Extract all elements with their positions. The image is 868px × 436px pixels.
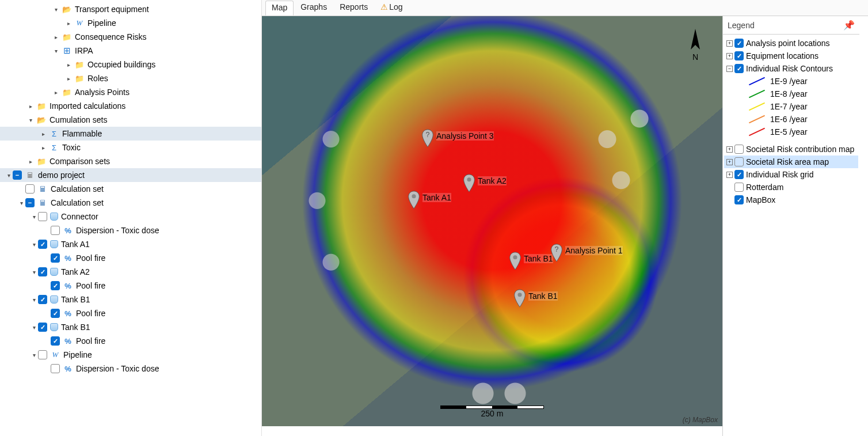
expand-box-icon[interactable] [726,197,733,203]
checkbox[interactable] [51,253,60,263]
legend-item[interactable]: Analysis point locations [724,37,858,50]
expander-icon[interactable] [30,269,38,275]
checkbox[interactable] [38,350,47,359]
legend-item[interactable]: Individual Risk grid [724,168,858,181]
expander-icon[interactable] [26,117,35,123]
expander-icon[interactable] [30,297,38,303]
checkbox[interactable] [51,281,60,290]
expander-icon[interactable] [26,103,35,109]
tree-item[interactable]: Dispersion - Toxic dose [0,362,261,376]
expand-box-icon[interactable] [726,159,733,165]
tree-item[interactable]: Calculation set [0,182,261,196]
tab-reports[interactable]: Reports [334,1,374,16]
checkbox[interactable] [734,157,744,166]
tree-item[interactable]: Pipeline [0,348,261,362]
legend-item[interactable]: Societal Risk contribution map [724,143,858,156]
tree-item[interactable]: Tank A2 [0,265,261,279]
checkbox[interactable] [734,64,744,73]
checkbox[interactable] [25,198,35,207]
expand-box-icon[interactable] [726,66,733,72]
checkbox[interactable] [734,195,744,204]
project-tree[interactable]: Transport equipmentPipelineConsequence R… [0,0,262,436]
tree-item[interactable]: Cumulation sets [0,113,261,127]
map-marker[interactable]: Tank A2 [463,174,475,192]
expander-icon[interactable] [30,241,38,248]
tab-log[interactable]: ⚠Log [375,1,408,16]
tree-item[interactable]: Transport equipment [0,2,261,16]
legend-item[interactable]: Individual Risk Contours [724,62,858,75]
tree-item[interactable]: Tank B1 [0,320,261,334]
tree-item[interactable]: Tank A1 [0,237,261,251]
expand-box-icon[interactable] [726,184,733,191]
expander-icon[interactable] [30,352,38,358]
checkbox[interactable] [734,145,744,154]
tree-item[interactable]: Imported calculations [0,99,261,113]
tree-item[interactable]: Tank B1 [0,293,261,306]
tree-item[interactable]: IRPA [0,44,261,58]
tree-item[interactable]: Flammable [0,127,261,141]
checkbox[interactable] [51,336,60,346]
tree-item[interactable]: Pool fire [0,306,261,320]
tree-item[interactable]: Toxic [0,141,261,154]
tree-item[interactable]: Dispersion - Toxic dose [0,223,261,237]
legend-item[interactable]: Equipment locations [724,50,858,62]
expander-icon[interactable] [64,20,73,26]
expander-icon[interactable] [39,131,47,137]
checkbox[interactable] [51,364,60,373]
expander-icon[interactable] [39,145,47,151]
tree-item[interactable]: Pool fire [0,251,261,265]
map-marker[interactable]: ?Analysis Point 3 [421,129,434,147]
legend-item[interactable]: MapBox [724,194,858,206]
expander-icon[interactable] [52,34,60,40]
expander-icon[interactable] [30,324,38,331]
tree-item[interactable]: Pipeline [0,16,261,30]
expand-box-icon[interactable] [726,53,733,59]
expander-icon[interactable] [52,48,60,54]
checkbox[interactable] [38,240,47,249]
map-marker[interactable]: Tank A1 [408,191,420,209]
checkbox[interactable] [38,295,47,304]
tree-item[interactable]: Pool fire [0,334,261,348]
legend-title: Legend [728,21,755,30]
tab-map[interactable]: Map [265,1,294,16]
expander-icon[interactable] [64,75,73,82]
checkbox[interactable] [51,226,60,235]
tab-graphs[interactable]: Graphs [295,1,333,16]
expander-icon[interactable] [52,89,60,96]
tree-item[interactable]: demo project [0,168,261,182]
legend-item[interactable]: Societal Risk area map [724,156,858,168]
expander-icon[interactable] [52,6,60,13]
checkbox[interactable] [38,323,47,332]
checkbox[interactable] [734,183,744,192]
pin-icon[interactable]: 📌 [843,20,855,31]
expander-icon[interactable] [64,62,73,68]
checkbox[interactable] [38,267,47,276]
map-viewport[interactable]: N 250 m (c) MapBox ?Analysis Point 3Tank… [262,16,722,426]
tree-item[interactable]: Roles [0,71,261,85]
tree-item[interactable]: Comparison sets [0,154,261,168]
tree-item[interactable]: Pool fire [0,279,261,293]
checkbox[interactable] [51,309,60,318]
tree-item[interactable]: Consequence Risks [0,30,261,44]
checkbox[interactable] [25,184,35,194]
expand-box-icon[interactable] [726,40,733,47]
checkbox[interactable] [734,39,744,48]
map-marker[interactable]: Tank B1 [513,289,526,308]
expander-icon[interactable] [26,158,35,165]
tree-item[interactable]: Connector [0,210,261,223]
checkbox[interactable] [13,170,22,180]
expand-box-icon[interactable] [726,146,733,153]
expander-icon[interactable] [17,200,25,206]
expander-icon[interactable] [5,172,13,179]
map-marker[interactable]: ?Analysis Point 1 [550,244,563,262]
expander-icon[interactable] [30,214,38,220]
tree-item[interactable]: Occupied buildings [0,58,261,71]
tree-item[interactable]: Analysis Points [0,85,261,99]
expand-box-icon[interactable] [726,172,733,178]
checkbox[interactable] [38,212,47,221]
checkbox[interactable] [734,51,744,60]
checkbox[interactable] [734,170,744,179]
map-marker[interactable]: Tank B1 [509,252,521,270]
legend-item[interactable]: Rotterdam [724,181,858,194]
tree-item[interactable]: Calculation set [0,196,261,210]
